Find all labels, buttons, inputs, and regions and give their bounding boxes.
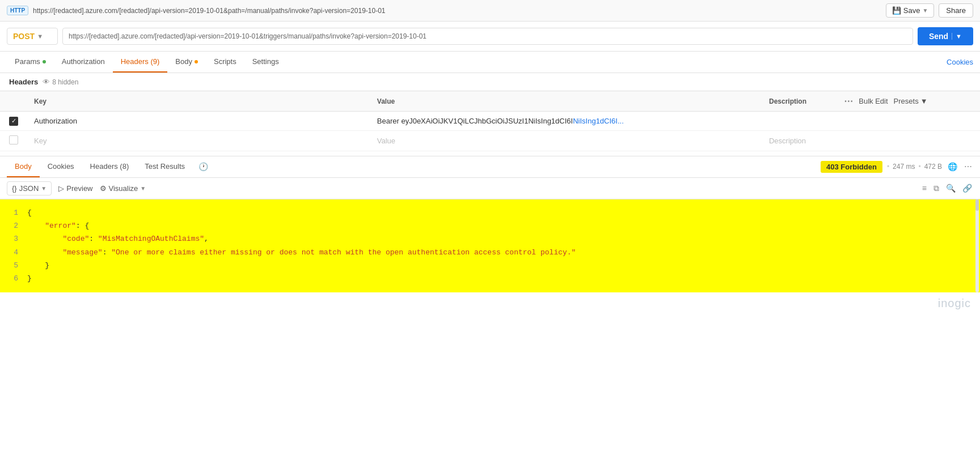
method-label: POST (13, 32, 35, 41)
preview-button[interactable]: ▷ Preview (58, 182, 92, 195)
status-badge: 403 Forbidden (821, 161, 882, 173)
response-tab-body[interactable]: Body (7, 156, 40, 177)
save-button[interactable]: 💾 Save ▼ (886, 3, 935, 18)
headers-table: Key Value Description ⋯ Bulk Edit Preset… (0, 91, 980, 151)
send-button[interactable]: Send ▼ (918, 27, 973, 45)
http-badge: HTTP (7, 6, 28, 15)
row-key-text: Authorization (34, 117, 77, 125)
visualize-button[interactable]: ⚙ Visualize ▼ (100, 182, 146, 195)
col-checkbox (0, 91, 27, 112)
more-options-icon[interactable]: ⋯ (963, 161, 973, 172)
row-actions-cell-empty (837, 130, 980, 151)
presets-button[interactable]: Presets ▼ (894, 97, 928, 105)
row-description-placeholder: Description (769, 137, 806, 145)
share-button[interactable]: Share (939, 3, 973, 18)
save-label: Save (903, 6, 920, 15)
bulk-edit-button[interactable]: Bulk Edit (859, 97, 888, 105)
url-input[interactable]: https://[redacted].azure.com/[redacted]/… (62, 28, 913, 45)
table-row: Key Value Description (0, 130, 980, 151)
method-select[interactable]: POST ▼ (7, 28, 58, 45)
row-checkbox-cell[interactable]: ✓ (0, 112, 27, 131)
code-line-4: 4 "message": "One or more claims either … (9, 246, 971, 259)
tab-params[interactable]: Params (7, 52, 54, 73)
headers-section-header: Headers 👁 8 hidden (0, 73, 980, 91)
code-line-1: 1 { (9, 206, 971, 219)
save-icon: 💾 (892, 6, 901, 15)
scrollbar[interactable] (975, 199, 979, 292)
watermark: inogic (0, 292, 980, 314)
tab-authorization[interactable]: Authorization (54, 52, 113, 73)
row-description-cell-empty[interactable]: Description (762, 130, 837, 151)
checkbox-unchecked-icon (9, 135, 18, 144)
col-description: Description (762, 91, 837, 112)
body-dot-icon (195, 60, 198, 63)
top-bar: HTTP https://[redacted].azure.com/[redac… (0, 0, 980, 22)
row-value-placeholder: Value (377, 137, 395, 145)
wrap-icon[interactable]: ≡ (921, 182, 928, 194)
tab-body[interactable]: Body (167, 52, 206, 73)
visualize-icon: ⚙ (100, 184, 107, 193)
checkbox-checked-icon: ✓ (9, 117, 18, 126)
format-right-icons: ≡ ⧉ 🔍 🔗 (921, 182, 973, 194)
cookies-link[interactable]: Cookies (947, 58, 973, 66)
hidden-badge: 👁 8 hidden (43, 78, 78, 86)
response-tab-headers[interactable]: Headers (8) (82, 156, 137, 177)
code-line-6: 6 } (9, 272, 971, 285)
response-tab-test-results[interactable]: Test Results (137, 156, 193, 177)
response-meta: • 247 ms • 472 B (887, 163, 942, 171)
request-bar: POST ▼ https://[redacted].azure.com/[red… (0, 22, 980, 52)
globe-icon[interactable]: 🌐 (947, 161, 958, 172)
row-description-cell[interactable] (762, 112, 837, 131)
response-status-area: 403 Forbidden • 247 ms • 472 B 🌐 ⋯ (821, 161, 973, 173)
format-select[interactable]: {} JSON ▼ (7, 181, 52, 195)
request-tabs-bar: Params Authorization Headers (9) Body Sc… (0, 52, 980, 73)
format-chevron-icon: ▼ (41, 185, 47, 192)
preview-label: Preview (66, 184, 92, 193)
row-value-text: Bearer eyJ0eXAiOiJKV1QiLCJhbGciOiJSUzI1N… (377, 117, 624, 125)
tab-settings[interactable]: Settings (244, 52, 287, 73)
params-dot-icon (43, 60, 46, 63)
row-value-cell[interactable]: Bearer eyJ0eXAiOiJKV1QiLCJhbGciOiJSUzI1N… (370, 112, 762, 131)
col-key: Key (27, 91, 370, 112)
top-actions: 💾 Save ▼ Share (886, 3, 973, 18)
headers-title: Headers (9, 78, 38, 86)
code-line-5: 5 } (9, 259, 971, 272)
send-label: Send (929, 32, 948, 41)
code-line-3: 3 "code": "MisMatchingOAuthClaims", (9, 232, 971, 245)
history-button[interactable]: 🕐 (197, 161, 209, 172)
play-icon: ▷ (58, 184, 64, 193)
row-key-placeholder: Key (34, 137, 47, 145)
code-line-2: 2 "error": { (9, 219, 971, 232)
visualize-chevron-icon: ▼ (140, 185, 146, 192)
response-tab-cookies[interactable]: Cookies (40, 156, 82, 177)
eye-icon: 👁 (43, 78, 50, 86)
response-icons: 🌐 ⋯ (947, 161, 973, 172)
scroll-thumb (975, 199, 979, 211)
row-key-cell[interactable]: Authorization (27, 112, 370, 131)
save-chevron-icon: ▼ (922, 7, 928, 14)
code-area: 1 { 2 "error": { 3 "code": "MisMatchingO… (0, 199, 980, 292)
link-icon[interactable]: 🔗 (961, 182, 973, 194)
more-options-icon[interactable]: ⋯ (844, 96, 853, 107)
response-time: 247 ms (893, 163, 915, 171)
col-bulk-edit: ⋯ Bulk Edit Presets ▼ (837, 91, 980, 112)
tab-scripts[interactable]: Scripts (206, 52, 244, 73)
hidden-count: 8 hidden (52, 78, 78, 86)
top-url: https://[redacted].azure.com/[redacted]/… (33, 7, 881, 15)
tab-headers[interactable]: Headers (9) (113, 52, 168, 73)
row-actions-cell (837, 112, 980, 131)
response-tabs-bar: Body Cookies Headers (8) Test Results 🕐 … (0, 156, 980, 178)
copy-icon[interactable]: ⧉ (932, 182, 940, 194)
row-checkbox-cell-empty[interactable] (0, 130, 27, 151)
format-label: JSON (19, 184, 39, 193)
send-chevron-icon: ▼ (952, 33, 962, 40)
search-icon[interactable]: 🔍 (945, 182, 957, 194)
table-row: ✓ Authorization Bearer eyJ0eXAiOiJKV1QiL… (0, 112, 980, 131)
row-key-cell-empty[interactable]: Key (27, 130, 370, 151)
response-size: 472 B (924, 163, 942, 171)
row-value-cell-empty[interactable]: Value (370, 130, 762, 151)
presets-chevron-icon: ▼ (920, 97, 928, 105)
visualize-label: Visualize (109, 184, 138, 193)
method-chevron-icon: ▼ (37, 33, 43, 40)
format-bar: {} JSON ▼ ▷ Preview ⚙ Visualize ▼ ≡ ⧉ 🔍 … (0, 178, 980, 199)
